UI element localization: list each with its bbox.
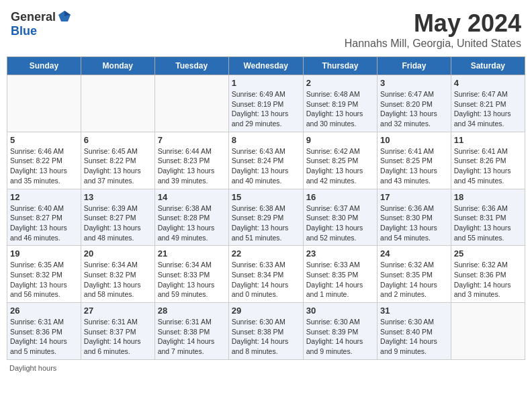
header: General Blue May 2024 Hannahs Mill, Geor… [7,7,525,52]
calendar-week-row: 1Sunrise: 6:49 AM Sunset: 8:19 PM Daylig… [7,75,525,132]
logo: General Blue [11,9,72,38]
day-number: 18 [454,192,522,202]
title-area: May 2024 Hannahs Mill, Georgia, United S… [345,9,521,50]
cell-content: Sunrise: 6:45 AM Sunset: 8:22 PM Dayligh… [84,146,152,186]
day-number: 16 [306,192,374,202]
logo-flag-icon [57,9,72,24]
cell-content: Sunrise: 6:33 AM Sunset: 8:34 PM Dayligh… [232,260,300,300]
day-number: 21 [158,248,226,259]
calendar-cell: 24Sunrise: 6:32 AM Sunset: 8:35 PM Dayli… [378,246,451,303]
calendar-cell: 17Sunrise: 6:36 AM Sunset: 8:30 PM Dayli… [378,189,451,246]
day-number: 30 [306,306,374,316]
cell-content: Sunrise: 6:32 AM Sunset: 8:36 PM Dayligh… [454,260,522,300]
day-number: 23 [306,248,374,259]
cell-content: Sunrise: 6:44 AM Sunset: 8:23 PM Dayligh… [158,146,226,186]
day-number: 22 [232,248,300,259]
day-header-tuesday: Tuesday [154,57,228,75]
logo-general-text: General [11,10,56,24]
day-number: 10 [380,135,448,145]
cell-content: Sunrise: 6:37 AM Sunset: 8:30 PM Dayligh… [306,203,374,243]
cell-content: Sunrise: 6:30 AM Sunset: 8:38 PM Dayligh… [232,317,300,357]
day-number: 29 [232,306,300,316]
calendar-week-row: 26Sunrise: 6:31 AM Sunset: 8:36 PM Dayli… [7,303,525,360]
calendar-cell: 14Sunrise: 6:38 AM Sunset: 8:28 PM Dayli… [154,189,228,246]
calendar-body: 1Sunrise: 6:49 AM Sunset: 8:19 PM Daylig… [7,75,525,360]
calendar-cell: 31Sunrise: 6:30 AM Sunset: 8:40 PM Dayli… [378,303,451,360]
day-number: 31 [380,306,448,316]
calendar-cell: 6Sunrise: 6:45 AM Sunset: 8:22 PM Daylig… [81,132,154,189]
cell-content: Sunrise: 6:39 AM Sunset: 8:27 PM Dayligh… [84,203,152,243]
day-header-saturday: Saturday [451,57,525,75]
calendar-cell: 21Sunrise: 6:34 AM Sunset: 8:33 PM Dayli… [154,246,228,303]
calendar-cell [451,303,525,360]
calendar-cell: 3Sunrise: 6:47 AM Sunset: 8:20 PM Daylig… [378,75,451,132]
day-number: 8 [232,135,300,145]
cell-content: Sunrise: 6:41 AM Sunset: 8:26 PM Dayligh… [454,146,522,186]
calendar-cell: 29Sunrise: 6:30 AM Sunset: 8:38 PM Dayli… [228,303,303,360]
month-title: May 2024 [345,9,521,38]
footer-note: Daylight hours [7,364,525,372]
calendar-table: SundayMondayTuesdayWednesdayThursdayFrid… [7,56,525,360]
day-number: 26 [10,306,78,316]
calendar-cell: 23Sunrise: 6:33 AM Sunset: 8:35 PM Dayli… [303,246,377,303]
cell-content: Sunrise: 6:43 AM Sunset: 8:24 PM Dayligh… [232,146,300,186]
calendar-cell: 25Sunrise: 6:32 AM Sunset: 8:36 PM Dayli… [451,246,525,303]
calendar-cell: 4Sunrise: 6:47 AM Sunset: 8:21 PM Daylig… [451,75,525,132]
day-header-sunday: Sunday [7,57,81,75]
day-header-thursday: Thursday [303,57,377,75]
cell-content: Sunrise: 6:40 AM Sunset: 8:27 PM Dayligh… [10,203,78,243]
day-number: 13 [84,192,152,202]
cell-content: Sunrise: 6:33 AM Sunset: 8:35 PM Dayligh… [306,260,374,300]
cell-content: Sunrise: 6:38 AM Sunset: 8:29 PM Dayligh… [232,203,300,243]
calendar-header: SundayMondayTuesdayWednesdayThursdayFrid… [7,57,525,75]
day-number: 2 [306,78,374,88]
calendar-cell: 16Sunrise: 6:37 AM Sunset: 8:30 PM Dayli… [303,189,377,246]
day-number: 5 [10,135,78,145]
calendar-cell: 26Sunrise: 6:31 AM Sunset: 8:36 PM Dayli… [7,303,81,360]
calendar-cell: 13Sunrise: 6:39 AM Sunset: 8:27 PM Dayli… [81,189,154,246]
day-number: 3 [380,78,448,88]
cell-content: Sunrise: 6:34 AM Sunset: 8:33 PM Dayligh… [158,260,226,300]
cell-content: Sunrise: 6:47 AM Sunset: 8:20 PM Dayligh… [380,89,448,129]
calendar-cell [81,75,154,132]
calendar-cell: 12Sunrise: 6:40 AM Sunset: 8:27 PM Dayli… [7,189,81,246]
calendar-week-row: 5Sunrise: 6:46 AM Sunset: 8:22 PM Daylig… [7,132,525,189]
cell-content: Sunrise: 6:30 AM Sunset: 8:39 PM Dayligh… [306,317,374,357]
cell-content: Sunrise: 6:47 AM Sunset: 8:21 PM Dayligh… [454,89,522,129]
cell-content: Sunrise: 6:36 AM Sunset: 8:31 PM Dayligh… [454,203,522,243]
calendar-cell: 8Sunrise: 6:43 AM Sunset: 8:24 PM Daylig… [228,132,303,189]
day-number: 12 [10,192,78,202]
calendar-cell: 7Sunrise: 6:44 AM Sunset: 8:23 PM Daylig… [154,132,228,189]
calendar-week-row: 12Sunrise: 6:40 AM Sunset: 8:27 PM Dayli… [7,189,525,246]
cell-content: Sunrise: 6:36 AM Sunset: 8:30 PM Dayligh… [380,203,448,243]
day-number: 7 [158,135,226,145]
calendar-cell: 9Sunrise: 6:42 AM Sunset: 8:25 PM Daylig… [303,132,377,189]
day-header-monday: Monday [81,57,154,75]
calendar-cell: 19Sunrise: 6:35 AM Sunset: 8:32 PM Dayli… [7,246,81,303]
cell-content: Sunrise: 6:35 AM Sunset: 8:32 PM Dayligh… [10,260,78,300]
cell-content: Sunrise: 6:48 AM Sunset: 8:19 PM Dayligh… [306,89,374,129]
calendar-cell [7,75,81,132]
cell-content: Sunrise: 6:49 AM Sunset: 8:19 PM Dayligh… [232,89,300,129]
calendar-week-row: 19Sunrise: 6:35 AM Sunset: 8:32 PM Dayli… [7,246,525,303]
calendar-cell: 15Sunrise: 6:38 AM Sunset: 8:29 PM Dayli… [228,189,303,246]
calendar-cell: 10Sunrise: 6:41 AM Sunset: 8:25 PM Dayli… [378,132,451,189]
calendar-cell: 2Sunrise: 6:48 AM Sunset: 8:19 PM Daylig… [303,75,377,132]
day-header-friday: Friday [378,57,451,75]
cell-content: Sunrise: 6:38 AM Sunset: 8:28 PM Dayligh… [158,203,226,243]
day-number: 9 [306,135,374,145]
day-number: 17 [380,192,448,202]
cell-content: Sunrise: 6:42 AM Sunset: 8:25 PM Dayligh… [306,146,374,186]
cell-content: Sunrise: 6:31 AM Sunset: 8:37 PM Dayligh… [84,317,152,357]
day-number: 4 [454,78,522,88]
calendar-cell: 11Sunrise: 6:41 AM Sunset: 8:26 PM Dayli… [451,132,525,189]
calendar-cell: 27Sunrise: 6:31 AM Sunset: 8:37 PM Dayli… [81,303,154,360]
day-number: 11 [454,135,522,145]
calendar-cell: 22Sunrise: 6:33 AM Sunset: 8:34 PM Dayli… [228,246,303,303]
day-number: 1 [232,78,300,88]
days-of-week-row: SundayMondayTuesdayWednesdayThursdayFrid… [7,57,525,75]
calendar-cell: 1Sunrise: 6:49 AM Sunset: 8:19 PM Daylig… [228,75,303,132]
cell-content: Sunrise: 6:30 AM Sunset: 8:40 PM Dayligh… [380,317,448,357]
day-number: 19 [10,248,78,259]
cell-content: Sunrise: 6:46 AM Sunset: 8:22 PM Dayligh… [10,146,78,186]
